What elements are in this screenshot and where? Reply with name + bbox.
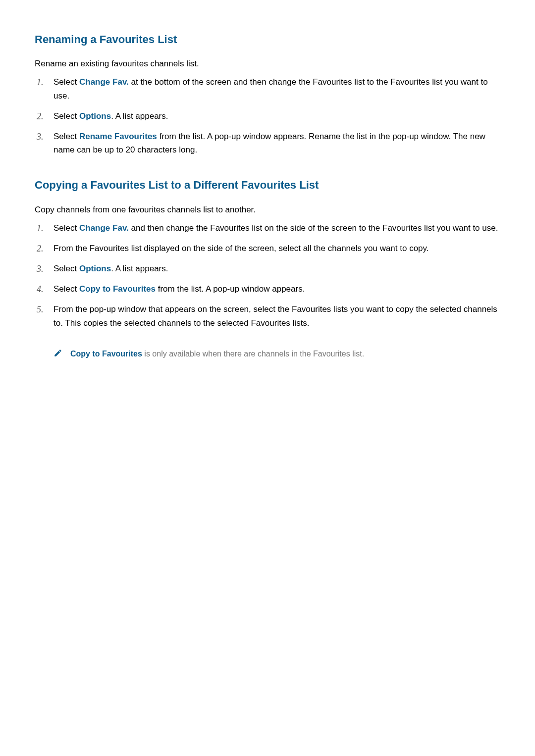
step-highlight: Options [79,264,111,273]
step-text-post: . A list appears. [111,111,168,121]
step-text-pre: Select [54,132,79,141]
step-highlight: Change Fav. [79,223,129,233]
step-number: 1. [37,221,44,236]
step-highlight: Options [79,111,111,121]
step-text-pre: Select [54,111,79,121]
step-highlight: Rename Favourites [79,132,157,141]
step-text-post: from the list. A pop-up window appears. [156,284,305,294]
heading-renaming: Renaming a Favourites List [35,31,500,48]
step-text-post: . A list appears. [111,264,168,273]
pencil-icon [54,349,62,357]
step-number: 3. [37,130,44,144]
step-text-post: and then change the Favourites list on t… [129,223,498,233]
section-copying: Copying a Favourites List to a Different… [35,176,500,360]
step-item: 2. Select Options. A list appears. [54,109,500,123]
step-item: 1. Select Change Fav. at the bottom of t… [54,75,500,102]
step-item: 1. Select Change Fav. and then change th… [54,221,500,235]
step-number: 2. [37,242,44,256]
step-number: 1. [37,75,44,90]
step-number: 5. [37,302,44,317]
step-number: 4. [37,282,44,297]
step-number: 3. [37,262,44,276]
step-item: 5. From the pop-up window that appears o… [54,302,500,329]
step-item: 2. From the Favourites list displayed on… [54,242,500,255]
step-highlight: Copy to Favourites [79,284,156,294]
step-text-pre: Select [54,223,79,233]
intro-copying: Copy channels from one favourites channe… [35,203,500,216]
step-highlight: Change Fav. [79,77,129,87]
note: Copy to Favourites is only available whe… [54,348,500,360]
step-text-pre: Select [54,264,79,273]
step-item: 4. Select Copy to Favourites from the li… [54,282,500,296]
steps-copying: 1. Select Change Fav. and then change th… [35,221,500,330]
heading-copying: Copying a Favourites List to a Different… [35,176,500,194]
step-item: 3. Select Options. A list appears. [54,262,500,275]
step-number: 2. [37,109,44,124]
note-text: is only available when there are channel… [142,350,364,358]
intro-renaming: Rename an existing favourites channels l… [35,57,500,70]
section-renaming: Renaming a Favourites List Rename an exi… [35,31,500,156]
step-text-pre: Select [54,77,79,87]
step-text-post: From the Favourites list displayed on th… [54,244,429,253]
note-highlight: Copy to Favourites [70,350,142,358]
step-item: 3. Select Rename Favourites from the lis… [54,130,500,156]
steps-renaming: 1. Select Change Fav. at the bottom of t… [35,75,500,156]
step-text-pre: Select [54,284,79,294]
step-text-post: From the pop-up window that appears on t… [54,304,497,327]
